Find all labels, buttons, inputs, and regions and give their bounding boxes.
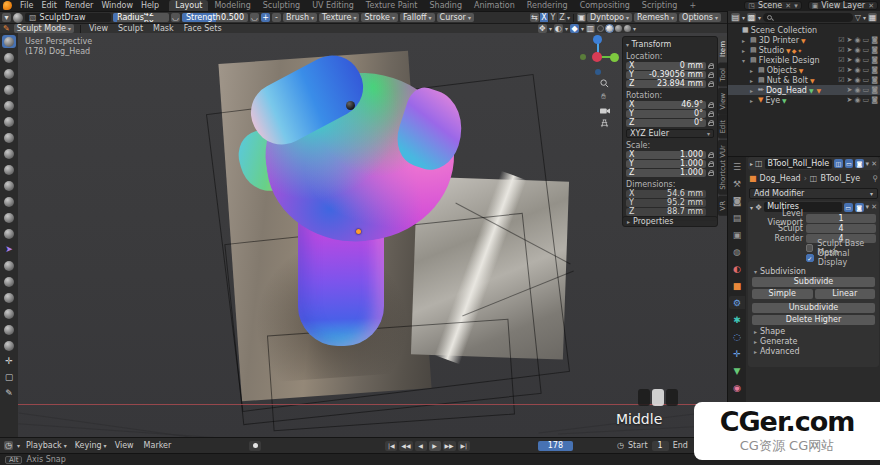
transport-button[interactable]: ▶▶ xyxy=(443,441,456,451)
radius-slider[interactable]: Radius 42 px xyxy=(113,13,169,22)
expand-icon[interactable]: ▸ xyxy=(750,77,756,84)
breadcrumb-modifier[interactable]: BTool_Eye xyxy=(820,174,860,183)
workspace-tab[interactable]: Modeling xyxy=(208,0,256,11)
display-mode-icon[interactable]: ▤ xyxy=(731,13,740,22)
outliner-search-input[interactable] xyxy=(763,13,853,22)
properties-tab[interactable]: ☰ xyxy=(729,160,745,173)
outliner-item-name[interactable]: Nut & Bolt xyxy=(767,76,808,85)
sculpt-tool-button[interactable] xyxy=(2,307,16,320)
sculpt-tool-button[interactable] xyxy=(2,163,16,176)
sculpt-tool-button[interactable] xyxy=(2,131,16,144)
dyntopo-toggle-icon[interactable]: ▣ xyxy=(577,13,586,22)
properties-tab[interactable]: ▼ xyxy=(729,364,745,377)
properties-tab[interactable]: ◍ xyxy=(729,245,745,258)
show-render-icon[interactable]: ◙ xyxy=(855,203,864,212)
outliner-row[interactable]: ▸ ▤ Nut & Bolt ▼ ☑ ➤ ◉ ▭ ◙ xyxy=(728,75,880,85)
y-axis-handle[interactable] xyxy=(610,53,619,62)
properties-tab[interactable]: ⚒ xyxy=(729,177,745,190)
timeline-menu[interactable]: Playback▾ xyxy=(24,441,69,450)
add-mode-button[interactable]: + xyxy=(261,13,270,22)
workspace-tab[interactable]: Layout xyxy=(169,0,208,11)
expand-icon[interactable]: ▸ xyxy=(742,37,748,44)
workspace-tab[interactable]: Scripting xyxy=(636,0,684,11)
sculpt-tool-button[interactable] xyxy=(2,99,16,112)
sculpt-tool-button[interactable] xyxy=(2,35,16,48)
properties-tab[interactable]: ✱ xyxy=(729,313,745,326)
properties-tab[interactable]: ◌ xyxy=(729,330,745,343)
properties-tab[interactable]: ◙ xyxy=(729,194,745,207)
lock-icon[interactable] xyxy=(708,104,714,108)
x-axis-handle[interactable] xyxy=(592,52,602,62)
hide-eye-icon[interactable]: ◉ xyxy=(854,66,860,74)
properties-tab[interactable]: ■ xyxy=(729,279,745,292)
breadcrumb-object[interactable]: Dog_Head xyxy=(760,174,801,183)
filter-funnel-icon[interactable]: ▽ xyxy=(855,13,861,22)
sculpt-tool-button[interactable] xyxy=(2,115,16,128)
current-frame-field[interactable]: 178 xyxy=(538,441,573,451)
selectable-toggle-icon[interactable]: ➤ xyxy=(847,76,853,84)
n-panel-tab[interactable]: Tool xyxy=(718,63,727,87)
transform-panel-header[interactable]: ▾ Transform xyxy=(626,40,714,49)
sculpt-tool-button[interactable]: ✛ xyxy=(2,355,16,368)
navigation-gizmo[interactable] xyxy=(578,35,618,75)
selectable-toggle-icon[interactable]: ➤ xyxy=(847,56,853,64)
expand-icon[interactable]: ▸ xyxy=(750,67,756,74)
lock-icon[interactable] xyxy=(708,74,714,78)
ortho-grid-icon[interactable] xyxy=(598,117,611,130)
filter-collection-icon[interactable]: ▩ xyxy=(747,13,756,22)
viewport-disable-icon[interactable]: ▭ xyxy=(863,66,870,74)
viewport-disable-icon[interactable]: ▭ xyxy=(863,36,870,44)
viewport-disable-icon[interactable]: ▭ xyxy=(863,76,870,84)
modifier-subsection[interactable]: ▸ Shape xyxy=(748,326,879,336)
workspace-tab[interactable]: UV Editing xyxy=(306,0,360,11)
sculpt-tool-button[interactable]: ➤ xyxy=(2,243,16,256)
workspace-tab[interactable]: Animation xyxy=(468,0,521,11)
exclude-checkbox[interactable]: ☑ xyxy=(838,66,844,74)
panel-dropdown[interactable]: Falloff▾ xyxy=(400,13,435,22)
subtract-mode-button[interactable]: - xyxy=(272,13,281,22)
properties-tab[interactable]: ▤ xyxy=(729,211,745,224)
selectable-toggle-icon[interactable]: ➤ xyxy=(847,66,853,74)
exclude-checkbox[interactable]: ☑ xyxy=(838,46,844,54)
close-icon[interactable]: ✕ xyxy=(785,2,791,10)
pan-hand-icon[interactable]: ✋︎ xyxy=(597,90,610,103)
sculpt-menu[interactable]: Remesh▾ xyxy=(634,13,677,22)
timeline-menu[interactable]: Marker xyxy=(142,441,176,450)
zoom-icon[interactable] xyxy=(598,77,611,90)
viewport-menu[interactable]: Sculpt xyxy=(116,24,145,33)
menu-item[interactable]: Edit xyxy=(37,1,61,10)
new-collection-icon[interactable]: ▦ xyxy=(868,13,877,22)
auto-keying-button[interactable] xyxy=(249,441,261,451)
transport-button[interactable]: ▶ xyxy=(429,441,441,451)
sculpt-tool-button[interactable] xyxy=(2,83,16,96)
mode-selector[interactable]: Sculpt Mode▾ xyxy=(14,24,74,33)
mirror-axis-button[interactable]: Y xyxy=(549,13,557,22)
xray-toggle-icon[interactable]: ▥ xyxy=(586,24,595,33)
panel-dropdown[interactable]: Stroke▾ xyxy=(361,13,398,22)
transport-button[interactable]: ◀◀ xyxy=(399,441,412,451)
show-render-icon[interactable]: ◙ xyxy=(855,159,863,168)
extras-dropdown-icon[interactable]: ▾ xyxy=(866,203,870,211)
edit-mode-icon[interactable]: ◫ xyxy=(834,159,842,168)
strength-slider[interactable]: Strength 0.500 xyxy=(182,13,248,22)
close-icon[interactable]: ✕ xyxy=(868,2,874,10)
scale-field[interactable]: Z1.000 xyxy=(626,169,706,177)
sculpt-tool-button[interactable] xyxy=(2,323,16,336)
properties-collapsed-panel[interactable]: ▸ Properties xyxy=(622,216,718,227)
modifier-subsection[interactable]: ▸ Advanced xyxy=(748,346,879,356)
outliner-row[interactable]: ▸ ▤ Objects ▼ ☑ ➤ ◉ ▭ ◙ xyxy=(728,65,880,75)
menu-item[interactable]: Window xyxy=(97,1,137,10)
viewport-disable-icon[interactable]: ▭ xyxy=(863,96,870,104)
modifier-name-field[interactable]: BTool_Roll_Hole xyxy=(765,159,833,169)
camera-view-icon[interactable] xyxy=(598,104,611,117)
sculpt-tool-button[interactable] xyxy=(2,147,16,160)
exclude-checkbox[interactable]: ☑ xyxy=(838,56,844,64)
render-disable-icon[interactable]: ◙ xyxy=(871,86,878,94)
simple-button[interactable]: Simple xyxy=(752,289,813,299)
viewport-menu[interactable]: Mask xyxy=(151,24,176,33)
transport-button[interactable]: ◀ xyxy=(415,441,427,451)
gizmo-dropdown-icon[interactable]: ✥ xyxy=(538,24,547,33)
panel-dropdown[interactable]: Texture▾ xyxy=(319,13,359,22)
checkbox[interactable] xyxy=(806,244,813,252)
lock-icon[interactable] xyxy=(708,65,714,69)
